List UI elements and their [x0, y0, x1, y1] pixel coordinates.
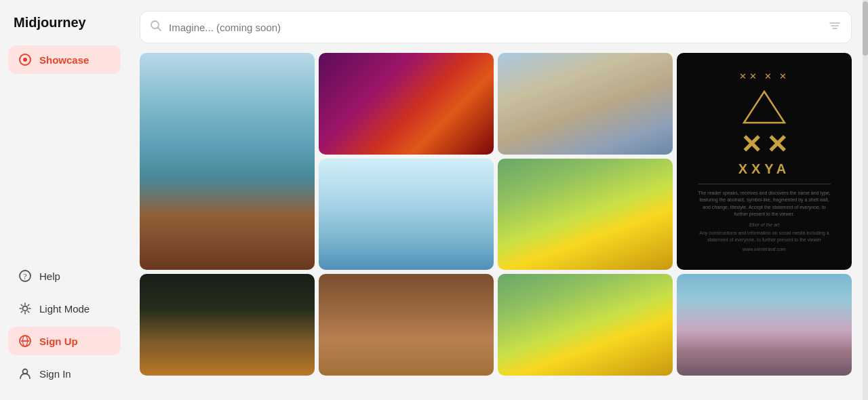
- sidebar-item-lightmode[interactable]: Light Mode: [8, 294, 121, 323]
- page-scrollbar[interactable]: [863, 0, 868, 400]
- showcase-label: Showcase: [39, 54, 89, 66]
- signup-label: Sign Up: [39, 336, 78, 347]
- filter-icon[interactable]: [828, 19, 842, 35]
- gallery-item[interactable]: [140, 274, 315, 376]
- gallery-item[interactable]: [498, 53, 673, 155]
- gallery-item[interactable]: [498, 159, 673, 270]
- gallery-item[interactable]: [319, 53, 494, 155]
- sidebar-item-showcase[interactable]: Showcase: [8, 45, 121, 74]
- main-content: ✕✕ ✕ ✕ ✕ ✕ XXYA The reader speaks, recei…: [129, 0, 863, 400]
- gallery: ✕✕ ✕ ✕ ✕ ✕ XXYA The reader speaks, recei…: [140, 53, 852, 400]
- svg-marker-22: [744, 92, 785, 123]
- svg-text:?: ?: [23, 272, 26, 281]
- gallery-grid: ✕✕ ✕ ✕ ✕ ✕ XXYA The reader speaks, recei…: [140, 53, 852, 389]
- sidebar-item-signup[interactable]: Sign Up: [8, 327, 121, 355]
- search-bar: [140, 11, 852, 43]
- gallery-item[interactable]: [498, 274, 673, 376]
- gallery-item[interactable]: [319, 274, 494, 376]
- scrollbar-thumb[interactable]: [863, 1, 868, 56]
- gallery-item[interactable]: ✕✕ ✕ ✕ ✕ ✕ XXYA The reader speaks, recei…: [677, 53, 852, 270]
- help-icon: ?: [18, 268, 33, 283]
- signin-icon: [18, 366, 33, 381]
- gallery-item[interactable]: [677, 274, 852, 376]
- sidebar-item-signin[interactable]: Sign In: [8, 359, 121, 388]
- app-title: Midjourney: [8, 12, 121, 41]
- svg-line-12: [21, 311, 22, 313]
- search-input[interactable]: [169, 22, 821, 33]
- signin-label: Sign In: [39, 368, 71, 380]
- signup-icon: [18, 334, 33, 348]
- svg-line-11: [28, 304, 29, 306]
- svg-point-1: [23, 58, 27, 62]
- gallery-item[interactable]: [319, 159, 494, 270]
- sidebar-item-help[interactable]: ? Help: [8, 262, 121, 290]
- help-label: Help: [39, 271, 60, 282]
- svg-point-4: [23, 306, 28, 311]
- light-mode-icon: [18, 301, 33, 316]
- search-icon: [150, 20, 162, 35]
- light-mode-label: Light Mode: [39, 303, 90, 315]
- svg-line-9: [21, 304, 22, 306]
- showcase-icon: [18, 52, 33, 67]
- svg-line-18: [158, 28, 161, 31]
- sidebar: Midjourney Showcase ? Help: [0, 0, 129, 400]
- svg-line-10: [28, 311, 29, 313]
- gallery-item[interactable]: [140, 53, 315, 270]
